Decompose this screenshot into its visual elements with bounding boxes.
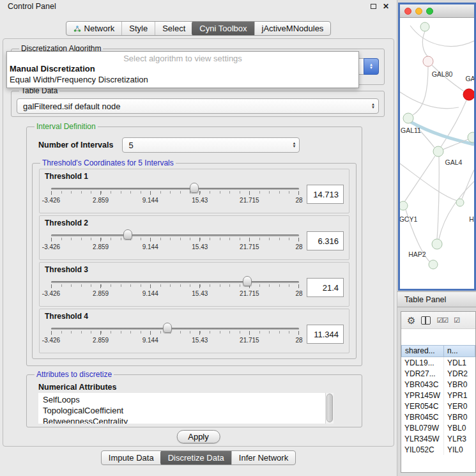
slider-thumb[interactable] — [163, 323, 172, 333]
threshold-slider-1[interactable]: -3.426 2.859 9.144 15.43 21.715 28 — [51, 181, 299, 208]
algorithm-dropdown-list: Select algorithm to view settings Manual… — [6, 51, 359, 88]
numerical-attributes-list[interactable]: SelfLoops TopologicalCoefficient Between… — [38, 393, 334, 424]
network-node[interactable] — [432, 239, 442, 249]
network-node[interactable] — [400, 201, 408, 210]
network-node[interactable] — [433, 146, 443, 157]
dropdown-option-equal-width-frequency[interactable]: Equal Width/Frequency Discretization — [7, 74, 358, 85]
network-edge[interactable] — [404, 156, 435, 202]
table-data-group: Table Data galFiltered.sif default node … — [11, 86, 385, 117]
threshold-value-field[interactable]: 21.4 — [307, 278, 344, 297]
network-edge[interactable] — [439, 181, 474, 239]
tab-style[interactable]: Style — [121, 22, 155, 35]
network-node[interactable] — [463, 89, 474, 100]
list-scrollbar[interactable] — [325, 393, 334, 424]
network-node[interactable] — [456, 199, 464, 206]
tab-infer-network[interactable]: Infer Network — [231, 451, 295, 464]
table-panel-title: Table Panel — [404, 295, 446, 304]
network-node-label: GAL11 — [401, 127, 421, 134]
table-row[interactable]: YBL079WYBL0 — [401, 422, 475, 433]
network-node-label: GAL4 — [445, 158, 463, 166]
table-row[interactable]: YBR045CYBR0 — [401, 411, 475, 422]
threshold-slider-2[interactable]: -3.426 2.859 9.144 15.43 21.715 28 — [51, 227, 299, 254]
number-of-intervals-combobox[interactable]: 5 ▲▼ — [122, 137, 300, 153]
slider-major-ticks — [51, 238, 299, 242]
slider-track[interactable] — [51, 234, 299, 236]
gear-icon[interactable]: ⚙ — [407, 316, 415, 325]
tab-network[interactable]: Network — [66, 22, 122, 35]
threshold-slider-3[interactable]: -3.426 2.859 9.144 15.43 21.715 28 — [51, 274, 299, 301]
number-of-intervals-row: Number of Intervals 5 ▲▼ — [38, 137, 357, 153]
slider-thumb[interactable] — [123, 229, 132, 240]
tab-jactivemnodules[interactable]: jActiveMNodules — [254, 22, 331, 35]
table-browser-window: ⚙ ☑☑ ☑ shared... n... YDL19...YDL1 YDR27… — [401, 311, 476, 473]
tab-label: Cyni Toolbox — [199, 24, 247, 33]
list-item[interactable]: BetweennessCentrality — [43, 416, 334, 424]
slider-track[interactable] — [51, 188, 299, 190]
network-edge[interactable] — [432, 65, 464, 91]
table-row[interactable]: YDR27...YDR2 — [401, 368, 475, 379]
threshold-panel-4: Threshold 4 -3.426 2.859 9.144 — [39, 309, 349, 353]
table-row[interactable]: YLR345WYLR3 — [401, 433, 475, 444]
network-node-label: GAL80 — [432, 70, 453, 78]
tab-impute-data[interactable]: Impute Data — [102, 451, 161, 464]
thresholds-coordinates-title: Threshold's Coordinates for 5 Intervals — [40, 158, 176, 167]
threshold-panel-3: Threshold 3 -3.426 2.859 9.144 — [39, 262, 349, 307]
algorithm-dropdown-placeholder: Select algorithm to view settings — [7, 52, 358, 63]
list-item[interactable]: TopologicalCoefficient — [43, 405, 334, 416]
table-row[interactable]: YDL19...YDL1 — [401, 357, 475, 368]
minimize-traffic-light-icon[interactable] — [415, 8, 422, 15]
network-node[interactable] — [403, 113, 413, 123]
threshold-value-field[interactable]: 6.316 — [307, 231, 344, 250]
threshold-value-field[interactable]: 11.344 — [307, 325, 344, 344]
slider-major-ticks — [51, 191, 299, 195]
table-row[interactable]: YER054CYER0 — [401, 401, 475, 411]
table-row[interactable]: YPR145WYPR1 — [401, 390, 475, 401]
network-edge[interactable] — [462, 170, 474, 199]
dropdown-option-manual-discretization[interactable]: Manual Discretization — [7, 63, 358, 74]
network-edge[interactable] — [422, 31, 427, 56]
threshold-value-field[interactable]: 14.713 — [307, 185, 344, 204]
network-edge[interactable] — [413, 66, 428, 115]
zoom-traffic-light-icon[interactable] — [426, 8, 433, 15]
network-edge[interactable] — [400, 92, 459, 109]
list-scrollbar-thumb[interactable] — [326, 394, 333, 422]
interval-definition-group: Interval Definition Number of Intervals … — [26, 122, 362, 366]
threshold-slider-4[interactable]: -3.426 2.859 9.144 15.43 21.715 28 — [51, 321, 299, 348]
slider-track[interactable] — [51, 281, 299, 283]
table-spacer — [401, 329, 475, 345]
network-node[interactable] — [429, 260, 438, 269]
tab-discretize-data[interactable]: Discretize Data — [160, 450, 232, 465]
tab-label: jActiveMNodules — [262, 24, 324, 33]
select-all-columns-icon[interactable]: ☑☑ — [436, 317, 448, 324]
tab-cyni-toolbox[interactable]: Cyni Toolbox — [192, 21, 254, 36]
close-traffic-light-icon[interactable] — [404, 8, 411, 15]
numerical-attributes-label: Numerical Attributes — [38, 383, 357, 392]
network-node[interactable] — [420, 22, 429, 31]
slider-track[interactable] — [51, 328, 299, 330]
network-canvas[interactable]: GAL80GAGAL11GAL4GCY1HHAP2 — [400, 18, 474, 288]
list-item[interactable]: SelfLoops — [43, 394, 334, 405]
table-row[interactable]: YIL052CYIL0 — [401, 444, 475, 455]
slider-thumb[interactable] — [243, 276, 252, 286]
checkbox-icon[interactable]: ☑ — [454, 317, 459, 324]
network-window-titlebar[interactable] — [400, 4, 474, 18]
tab-label: Impute Data — [109, 453, 154, 463]
network-node[interactable] — [423, 56, 433, 66]
network-edge[interactable] — [437, 157, 439, 239]
table-data-combobox[interactable]: galFiltered.sif default node ▲▼ — [17, 98, 379, 114]
table-panel-header: Table Panel — [397, 291, 476, 307]
column-header-shared-name[interactable]: shared... — [401, 345, 444, 357]
columns-icon[interactable] — [421, 316, 431, 325]
column-header-name[interactable]: n... — [444, 345, 475, 357]
table-toolbar: ⚙ ☑☑ ☑ — [401, 312, 475, 329]
apply-button[interactable]: Apply — [176, 430, 220, 443]
float-window-icon[interactable] — [371, 4, 376, 9]
threshold-label: Threshold 4 — [45, 312, 344, 321]
thresholds-coordinates-group: Threshold's Coordinates for 5 Intervals … — [32, 158, 357, 359]
tab-select[interactable]: Select — [155, 22, 192, 35]
network-edge[interactable] — [410, 26, 474, 46]
table-row[interactable]: YBR043CYBR0 — [401, 379, 475, 390]
network-node[interactable] — [468, 132, 474, 142]
close-icon[interactable]: ✕ — [383, 3, 389, 10]
slider-thumb[interactable] — [190, 183, 199, 193]
